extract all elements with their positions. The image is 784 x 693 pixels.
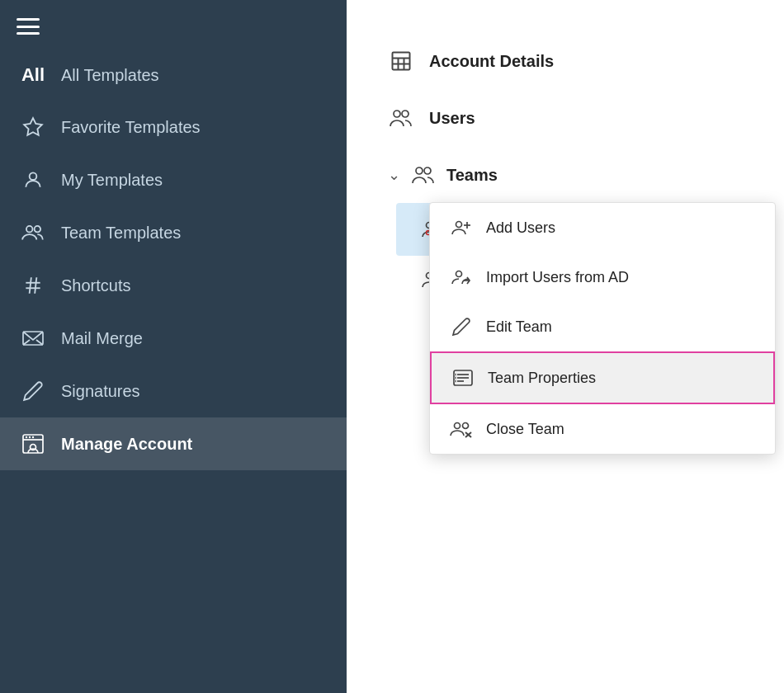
add-users-icon [450,216,473,239]
close-team-icon [450,417,473,441]
edit-icon [450,315,473,338]
svg-point-38 [456,222,462,228]
hash-icon [20,272,46,299]
svg-point-16 [32,436,34,438]
context-menu-team-properties[interactable]: Team Properties [430,351,775,404]
sidebar-header [0,0,347,50]
svg-point-22 [394,111,400,117]
svg-point-24 [416,167,423,174]
users-icon [388,105,414,131]
person-icon [20,167,46,193]
teams-icon [410,162,437,188]
svg-line-6 [30,277,31,294]
svg-line-9 [36,340,43,345]
sidebar-nav: All All Templates Favorite Templates My … [0,50,347,693]
users-item[interactable]: Users [380,90,751,147]
context-menu-import-users[interactable]: Import Users from AD [430,252,775,302]
svg-point-15 [29,436,31,438]
context-menu-add-users[interactable]: Add Users [430,203,775,252]
svg-line-10 [23,340,30,345]
svg-rect-17 [393,53,410,70]
svg-point-23 [402,111,409,117]
svg-point-51 [463,423,469,429]
sidebar-item-all-templates-label: All Templates [61,66,159,85]
sidebar-item-manage-account-label: Manage Account [61,435,192,454]
svg-point-3 [35,226,41,233]
mail-icon [20,325,46,351]
context-menu-close-team[interactable]: Close Team [430,404,775,454]
svg-point-2 [26,226,33,233]
import-users-icon [450,266,473,289]
context-edit-team-label: Edit Team [486,318,552,336]
context-close-team-label: Close Team [486,421,564,438]
svg-point-41 [456,271,462,277]
users-label: Users [429,109,475,128]
svg-marker-0 [24,118,42,135]
context-team-properties-label: Team Properties [488,370,596,387]
sidebar-item-favorite-templates-label: Favorite Templates [61,118,201,137]
teams-label: Teams [446,166,498,185]
sidebar-item-shortcuts-label: Shortcuts [61,276,130,295]
sidebar-item-my-templates-label: My Templates [61,171,163,190]
group-icon [20,219,46,246]
sidebar-item-my-templates[interactable]: My Templates [0,153,347,206]
svg-point-25 [424,167,431,174]
sidebar-item-signatures-label: Signatures [61,382,140,401]
sidebar-item-favorite-templates[interactable]: Favorite Templates [0,101,347,153]
sidebar-item-manage-account[interactable]: Manage Account [0,417,347,470]
context-add-users-label: Add Users [486,219,555,237]
properties-icon [451,366,475,389]
sidebar-item-all-templates[interactable]: All All Templates [0,50,347,101]
manage-account-icon [20,431,46,457]
pen-icon [20,378,46,404]
sidebar-item-shortcuts[interactable]: Shortcuts [0,259,347,312]
main-content: Account Details Users ⌄ [347,0,784,693]
svg-point-50 [455,423,460,429]
svg-point-1 [30,172,37,180]
sidebar-item-mail-merge-label: Mail Merge [61,329,143,348]
svg-line-7 [35,277,36,294]
building-icon [388,48,414,74]
sidebar: All All Templates Favorite Templates My … [0,0,347,693]
star-icon [20,114,46,140]
account-details-label: Account Details [429,52,554,71]
hamburger-menu-icon[interactable] [17,18,40,35]
context-menu: Add Users Import Users from AD [429,202,776,455]
account-details-item[interactable]: Account Details [380,33,751,90]
sidebar-item-team-templates[interactable]: Team Templates [0,206,347,259]
chevron-down-icon: ⌄ [388,166,400,184]
sidebar-item-signatures[interactable]: Signatures [0,365,347,417]
teams-header[interactable]: ⌄ Teams [380,147,751,203]
svg-point-14 [26,436,27,438]
context-import-users-label: Import Users from AD [486,269,629,286]
sidebar-item-team-templates-label: Team Templates [61,224,181,243]
context-menu-edit-team[interactable]: Edit Team [430,302,775,351]
sidebar-item-mail-merge[interactable]: Mail Merge [0,312,347,365]
